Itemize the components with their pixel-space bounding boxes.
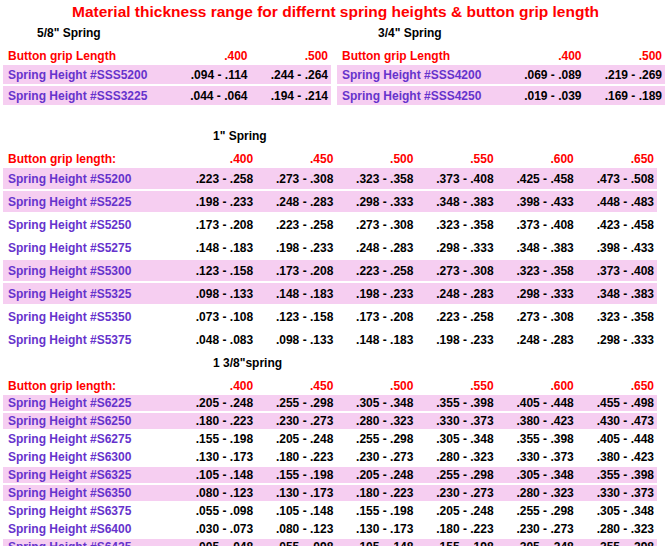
value-cell: .280 - .323 [416, 449, 496, 465]
value-cell: .155 - .198 [336, 503, 416, 519]
row-label-cell: Spring Height #SSS4250 [337, 86, 504, 105]
value-cell: .173 - .208 [256, 260, 336, 281]
value-cell: .105 - .148 [336, 539, 416, 546]
value-cell: .405 - .448 [497, 395, 577, 411]
value-cell: .248 - .283 [497, 329, 577, 350]
value-cell: .373 - .408 [497, 214, 577, 235]
row-label-cell: Spring Height #S5325 [3, 283, 176, 304]
value-cell: .148 - .183 [176, 237, 256, 258]
value-cell: .123 - .158 [176, 260, 256, 281]
value-cell: .248 - .283 [416, 283, 496, 304]
row-label-cell: Spring Height #S6275 [3, 431, 176, 447]
value-cell: .348 - .383 [416, 191, 496, 212]
value-cell: .005 - .048 [176, 539, 256, 546]
value-cell: .080 - .123 [256, 521, 336, 537]
value-cell: .123 - .158 [256, 306, 336, 327]
value-cell: .398 - .433 [497, 191, 577, 212]
row-label-cell: Spring Height #S5225 [3, 191, 176, 212]
grip-length-value-cell: .650 [577, 379, 657, 393]
value-cell: .173 - .208 [336, 306, 416, 327]
grip-length-header-cell: Button grip length: [3, 152, 176, 166]
table-row: Spring Height #S5225.198 - .233.248 - .2… [3, 191, 657, 212]
row-label-cell: Spring Height #S5300 [3, 260, 176, 281]
table-row: Spring Height #SSS4200.069 - .089.219 - … [337, 65, 665, 84]
grip-length-header-cell: Button grip length: [3, 379, 176, 393]
value-cell: .230 - .273 [416, 485, 496, 501]
value-cell: .323 - .358 [336, 168, 416, 189]
table-row: Spring Height #S5325.098 - .133.148 - .1… [3, 283, 657, 304]
value-cell: .398 - .433 [577, 237, 657, 258]
value-cell: .330 - .373 [416, 413, 496, 429]
section-caption: 5/8" Spring [3, 27, 331, 39]
grip-length-value-cell: .400 [176, 152, 256, 166]
value-cell: .198 - .233 [416, 329, 496, 350]
value-cell: .155 - .198 [416, 539, 496, 546]
value-cell: .223 - .258 [176, 168, 256, 189]
row-label-cell: Spring Height #S6250 [3, 413, 176, 429]
value-cell: .105 - .148 [256, 503, 336, 519]
page-title: Material thickness range for differnt sp… [0, 3, 671, 20]
grip-length-header-cell: Button grip Length [337, 49, 504, 63]
row-label-cell: Spring Height #S6225 [3, 395, 176, 411]
value-cell: .255 - .298 [256, 395, 336, 411]
value-cell: .305 - .348 [336, 395, 416, 411]
value-cell: .380 - .423 [497, 413, 577, 429]
value-cell: .298 - .333 [336, 191, 416, 212]
value-cell: .355 - .398 [577, 467, 657, 483]
spring-table-5-8: Button grip Length.400.500Spring Height … [3, 47, 331, 107]
spring-table-1: Button grip length:.400.450.500.550.600.… [3, 150, 657, 352]
value-cell: .198 - .233 [336, 283, 416, 304]
value-cell: .323 - .358 [577, 306, 657, 327]
value-cell: .305 - .348 [577, 503, 657, 519]
table-row: Spring Height #S5250.173 - .208.223 - .2… [3, 214, 657, 235]
value-cell: .130 - .173 [176, 449, 256, 465]
value-cell: .055 - .098 [176, 503, 256, 519]
value-cell: .230 - .273 [256, 413, 336, 429]
section-3-4-spring: 3/4" Spring Button grip Length.400.500Sp… [337, 27, 665, 107]
table-row: Spring Height #SSS4250.019 - .039.169 - … [337, 86, 665, 105]
value-cell: .330 - .373 [497, 449, 577, 465]
value-cell: .473 - .508 [577, 168, 657, 189]
value-cell: .198 - .233 [176, 191, 256, 212]
value-cell: .323 - .358 [497, 260, 577, 281]
value-cell: .194 - .214 [251, 86, 332, 105]
table-row: Spring Height #S5350.073 - .108.123 - .1… [3, 306, 657, 327]
value-cell: .280 - .323 [577, 521, 657, 537]
value-cell: .148 - .183 [336, 329, 416, 350]
value-cell: .205 - .248 [336, 467, 416, 483]
section-1-spring: 1" Spring Button grip length:.400.450.50… [3, 130, 671, 352]
table-row: Spring Height #S6275.155 - .198.205 - .2… [3, 431, 657, 447]
header-row: Button grip Length.400.500 [337, 49, 665, 63]
grip-length-value-cell: .500 [336, 152, 416, 166]
section-1-3-8-spring: 1 3/8"spring Button grip length:.400.450… [3, 357, 671, 546]
value-cell: .073 - .108 [176, 306, 256, 327]
table-row: Spring Height #S5375.048 - .083.098 - .1… [3, 329, 657, 350]
value-cell: .280 - .323 [497, 485, 577, 501]
section-caption: 1" Spring [3, 130, 671, 142]
value-cell: .244 - .264 [251, 65, 332, 84]
value-cell: .305 - .348 [497, 467, 577, 483]
row-label-cell: Spring Height #S5250 [3, 214, 176, 235]
value-cell: .223 - .258 [416, 306, 496, 327]
grip-length-value-cell: .400 [176, 379, 256, 393]
spring-table-1-3-8: Button grip length:.400.450.500.550.600.… [3, 377, 657, 546]
row-label-cell: Spring Height #S5350 [3, 306, 176, 327]
row-label-cell: Spring Height #S5200 [3, 168, 176, 189]
table-row: Spring Height #SSS5200.094 - .114.244 - … [3, 65, 331, 84]
grip-length-value-cell: .500 [336, 379, 416, 393]
value-cell: .373 - .408 [416, 168, 496, 189]
value-cell: .019 - .039 [504, 86, 585, 105]
table-row: Spring Height #S6225.205 - .248.255 - .2… [3, 395, 657, 411]
value-cell: .080 - .123 [176, 485, 256, 501]
value-cell: .348 - .383 [577, 283, 657, 304]
value-cell: .148 - .183 [256, 283, 336, 304]
row-label-cell: Spring Height #S5275 [3, 237, 176, 258]
value-cell: .180 - .223 [176, 413, 256, 429]
row-label-cell: Spring Height #SSS4200 [337, 65, 504, 84]
value-cell: .180 - .223 [256, 449, 336, 465]
value-cell: .098 - .133 [256, 329, 336, 350]
top-tables-row: 5/8" Spring Button grip Length.400.500Sp… [3, 27, 671, 107]
row-label-cell: Spring Height #S6300 [3, 449, 176, 465]
grip-length-value-cell: .500 [585, 49, 666, 63]
value-cell: .198 - .233 [256, 237, 336, 258]
